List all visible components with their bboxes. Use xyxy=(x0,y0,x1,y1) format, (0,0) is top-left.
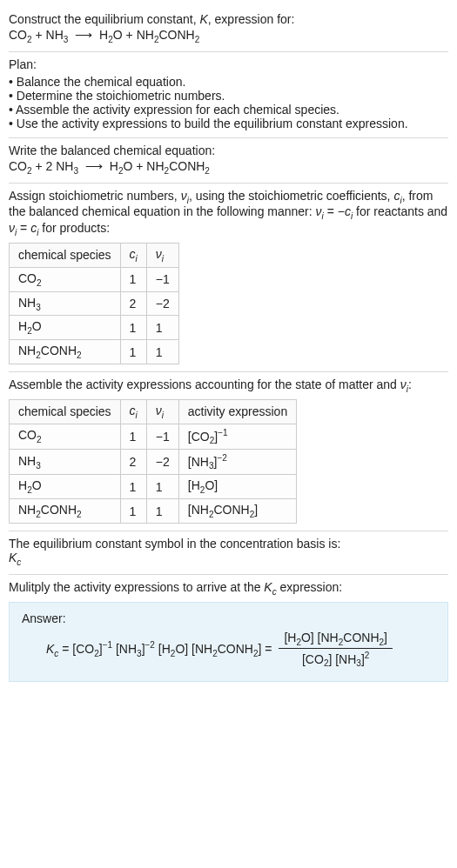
txt: for products: xyxy=(38,221,110,235)
plan-item: Determine the stoichiometric numbers. xyxy=(9,89,448,103)
sub: i xyxy=(162,411,164,420)
plan-title: Plan: xyxy=(9,57,448,71)
c: c xyxy=(130,404,136,417)
txt: CONH xyxy=(343,631,379,644)
cell-species: CO2 xyxy=(10,267,121,291)
nu: ν xyxy=(156,247,162,261)
sub: 2 xyxy=(205,166,210,176)
k: K xyxy=(264,580,272,594)
cell-nu: 1 xyxy=(146,499,178,524)
eq: = xyxy=(58,641,72,655)
col-ci: ci xyxy=(120,399,146,424)
cell-species: NH2CONH2 xyxy=(10,340,121,364)
activity-section: Assemble the activity expressions accoun… xyxy=(9,372,448,531)
plan-item: Use the activity expressions to build th… xyxy=(9,117,448,130)
species-co2: CO xyxy=(9,159,27,173)
plan-item: Balance the chemical equation. xyxy=(9,75,448,89)
txt: [CO xyxy=(302,652,324,666)
txt: CO xyxy=(18,271,37,285)
activity-table: chemical species ci νi activity expressi… xyxy=(9,399,297,524)
answer-label: Answer: xyxy=(22,611,435,625)
eq: = xyxy=(261,641,275,655)
cell-nu: 1 xyxy=(146,340,178,364)
sub: 2 xyxy=(37,435,42,444)
txt: [NH xyxy=(188,455,209,469)
plus: + 2 xyxy=(32,159,57,173)
table-row: CO2 1 −1 xyxy=(10,267,179,291)
cell-c: 1 xyxy=(120,424,146,449)
table-row: NH2CONH2 1 1 [NH2CONH2] xyxy=(10,499,297,524)
txt: H xyxy=(18,478,27,492)
txt: CO xyxy=(18,428,37,442)
col-species: chemical species xyxy=(10,243,121,267)
cell-species: NH2CONH2 xyxy=(10,499,121,524)
txt: NH xyxy=(18,296,36,310)
stoich-table: chemical species ci νi CO2 1 −1 NH3 2 −2… xyxy=(9,243,179,364)
txt: CONH xyxy=(41,344,77,357)
cell-c: 1 xyxy=(120,316,146,340)
arrow-icon: ⟶ xyxy=(75,28,92,42)
sub: i xyxy=(162,254,164,264)
cell-nu: −2 xyxy=(146,291,178,316)
c: c xyxy=(345,204,351,218)
txt: O] [NH xyxy=(301,631,339,644)
species-co2: CO xyxy=(9,28,27,42)
balanced-section: Write the balanced chemical equation: CO… xyxy=(9,138,448,183)
kc-expression: Kc = [CO2]−1 [NH3]−2 [H2O] [NH2CONH2] = … xyxy=(22,631,435,669)
sub: 2 xyxy=(195,35,200,44)
txt: CONH xyxy=(218,641,253,655)
plan-list: Balance the chemical equation. Determine… xyxy=(9,75,448,130)
cell-species: H2O xyxy=(10,316,121,340)
txt: NH xyxy=(18,454,36,468)
txt: [NH xyxy=(112,641,137,655)
txt: [CO xyxy=(188,429,210,443)
sub: 2 xyxy=(77,351,82,360)
cell-species: NH3 xyxy=(10,450,121,475)
sup: −2 xyxy=(217,453,226,463)
balanced-title: Write the balanced chemical equation: xyxy=(9,144,448,157)
txt: [H xyxy=(155,641,171,655)
cell-species: CO2 xyxy=(10,424,121,449)
sub: 2 xyxy=(37,278,42,288)
txt: [CO xyxy=(72,641,94,655)
numerator: [H2O] [NH2CONH2] xyxy=(279,631,393,650)
txt: CONH xyxy=(169,159,205,173)
kc-symbol-section: The equilibrium constant symbol in the c… xyxy=(9,531,448,574)
cell-species: H2O xyxy=(10,475,121,499)
plus: + xyxy=(32,28,46,42)
intro-line: Construct the equilibrium constant, K, e… xyxy=(9,12,448,26)
table-row: NH2CONH2 1 1 xyxy=(10,340,179,364)
plus: + xyxy=(123,28,137,42)
cell-c: 1 xyxy=(120,475,146,499)
table-row: H2O 1 1 xyxy=(10,316,179,340)
sub: 3 xyxy=(64,35,69,44)
txt: ] [NH xyxy=(328,652,356,666)
balanced-equation: CO2 + 2 NH3 ⟶ H2O + NH2CONH2 xyxy=(9,159,448,176)
species-urea: NH xyxy=(137,28,154,42)
nu: ν xyxy=(316,204,322,218)
txt: [H xyxy=(188,478,200,492)
sub: 2 xyxy=(77,510,82,519)
nu: ν xyxy=(156,404,162,417)
kc-symbol-text: The equilibrium constant symbol in the c… xyxy=(9,537,448,551)
txt: O xyxy=(123,159,132,173)
table-row: NH3 2 −2 xyxy=(10,291,179,316)
species-nh3: NH xyxy=(56,159,73,173)
cell-nu: −2 xyxy=(146,450,178,475)
txt: [NH xyxy=(188,641,212,655)
cell-nu: −1 xyxy=(146,267,178,291)
table-row: CO2 1 −1 [CO2]−1 xyxy=(10,424,297,449)
txt: NH xyxy=(18,344,36,357)
species-nh3: NH xyxy=(46,28,64,42)
table-header-row: chemical species ci νi xyxy=(10,243,179,267)
txt: CONH xyxy=(214,503,250,517)
answer-box: Answer: Kc = [CO2]−1 [NH3]−2 [H2O] [NH2C… xyxy=(9,602,448,682)
txt: ] xyxy=(254,503,258,517)
txt: H xyxy=(18,319,27,333)
sub: i xyxy=(136,254,138,264)
kc-symbol: Kc xyxy=(9,551,448,567)
txt: for reactants and xyxy=(353,204,447,218)
cell-nu: −1 xyxy=(146,424,178,449)
txt: = xyxy=(17,221,30,235)
sub: 3 xyxy=(36,461,41,471)
